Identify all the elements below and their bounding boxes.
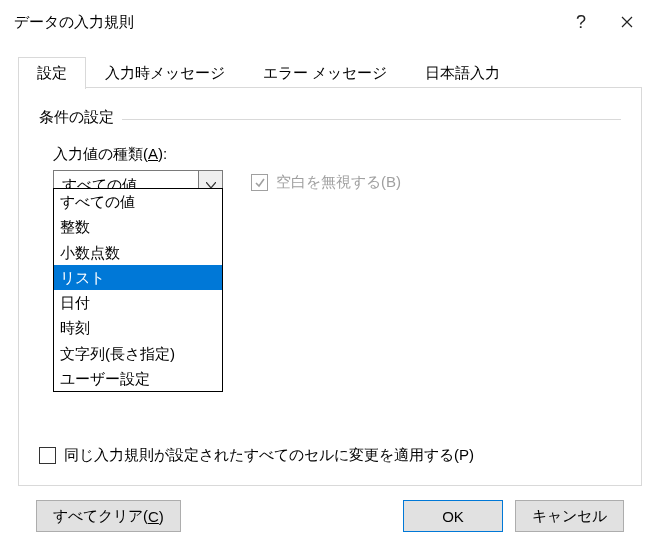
option-decimal[interactable]: 小数点数 [54,240,222,265]
allow-label: 入力値の種類(A): [53,145,223,164]
cancel-button[interactable]: キャンセル [515,500,624,532]
footer: すべてクリア(C) OK キャンセル [18,486,642,532]
checkbox-box [251,174,268,191]
content-area: 設定 入力時メッセージ エラー メッセージ 日本語入力 条件の設定 入力値の種類… [0,44,660,532]
title-text: データの入力規則 [14,13,558,32]
tab-strip: 設定 入力時メッセージ エラー メッセージ 日本語入力 [18,54,642,88]
option-any[interactable]: すべての値 [54,189,222,214]
tab-settings[interactable]: 設定 [18,57,86,89]
allow-dropdown-list[interactable]: すべての値 整数 小数点数 リスト 日付 時刻 文字列(長さ指定) ユーザー設定 [53,188,223,392]
checkbox-box [39,447,56,464]
clear-all-button[interactable]: すべてクリア(C) [36,500,181,532]
apply-same-label: 同じ入力規則が設定されたすべてのセルに変更を適用する(P) [64,446,474,465]
tab-settings-label: 設定 [37,64,67,81]
option-custom[interactable]: ユーザー設定 [54,366,222,391]
tab-ime[interactable]: 日本語入力 [406,57,519,89]
group-condition-label: 条件の設定 [39,108,122,127]
ignore-blank-checkbox: 空白を無視する(B) [251,173,401,192]
option-int[interactable]: 整数 [54,214,222,239]
ok-button[interactable]: OK [403,500,503,532]
titlebar: データの入力規則 ? [0,0,660,44]
option-textlen[interactable]: 文字列(長さ指定) [54,341,222,366]
group-condition: 条件の設定 [39,108,621,127]
settings-panel: 条件の設定 入力値の種類(A): すべての値 [18,88,642,486]
tab-underline [18,87,642,88]
tab-input-message-label: 入力時メッセージ [105,64,225,81]
check-icon [254,177,266,189]
tab-error-message[interactable]: エラー メッセージ [244,57,406,89]
close-icon [621,16,633,28]
help-button[interactable]: ? [558,6,604,38]
tab-error-message-label: エラー メッセージ [263,64,387,81]
apply-same-checkbox[interactable]: 同じ入力規則が設定されたすべてのセルに変更を適用する(P) [39,446,474,465]
dialog-window: データの入力規則 ? 設定 入力時メッセージ エラー メッセージ 日本語入力 条… [0,0,660,545]
close-button[interactable] [604,6,650,38]
tab-input-message[interactable]: 入力時メッセージ [86,57,244,89]
option-list[interactable]: リスト [54,265,222,290]
option-date[interactable]: 日付 [54,290,222,315]
ignore-blank-label: 空白を無視する(B) [276,173,401,192]
tab-ime-label: 日本語入力 [425,64,500,81]
option-time[interactable]: 時刻 [54,315,222,340]
